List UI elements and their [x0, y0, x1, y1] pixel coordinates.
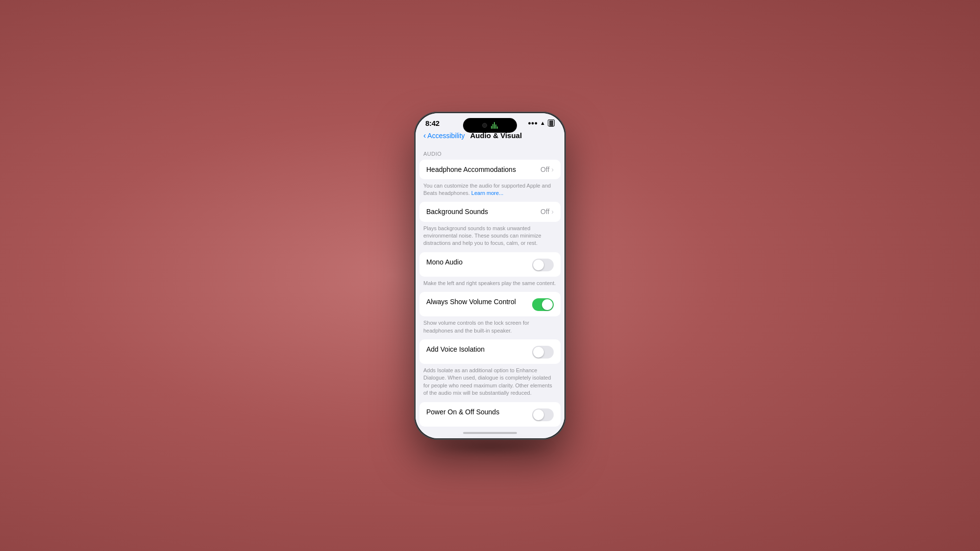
row-content: Headphone Accommodations	[426, 165, 540, 174]
always-show-volume-label: Always Show Volume Control	[426, 298, 516, 306]
dynamic-island	[463, 118, 517, 133]
row-content: Background Sounds	[426, 207, 540, 216]
row-content: Mono Audio	[426, 258, 532, 266]
background-sounds-value: Off	[540, 208, 549, 216]
group-mono-audio: Mono Audio	[419, 252, 561, 277]
row-content: Power On & Off Sounds	[426, 407, 532, 416]
phone-wrapper: 8:42 ●●● ▲ ▓	[414, 112, 566, 440]
always-show-volume-toggle[interactable]	[532, 298, 554, 311]
add-voice-isolation-label: Add Voice Isolation	[426, 345, 485, 353]
row-content: Add Voice Isolation	[426, 345, 532, 354]
row-right: Off ›	[540, 208, 554, 216]
row-right: Off ›	[540, 166, 554, 173]
group-add-voice-isolation: Add Voice Isolation	[419, 339, 561, 364]
phone-screen: 8:42 ●●● ▲ ▓	[416, 113, 564, 438]
home-indicator	[416, 428, 564, 438]
headphone-accommodations-label: Headphone Accommodations	[426, 166, 516, 173]
battery-icon: ▓	[548, 120, 555, 126]
wifi-icon: ▲	[540, 120, 545, 126]
section-label-audio: AUDIO	[416, 144, 564, 160]
power-on-off-sounds-toggle[interactable]	[532, 408, 554, 421]
audio-bars	[491, 122, 498, 129]
row-always-show-volume[interactable]: Always Show Volume Control	[419, 292, 561, 316]
back-chevron-icon: ‹	[423, 131, 426, 140]
power-on-off-sounds-label: Power On & Off Sounds	[426, 408, 499, 416]
settings-content[interactable]: AUDIO Headphone Accommodations Off ›	[416, 144, 564, 428]
learn-more-link[interactable]: Learn more...	[471, 190, 503, 196]
row-headphone-accommodations[interactable]: Headphone Accommodations Off ›	[419, 160, 561, 179]
toggle-knob	[533, 260, 544, 270]
toggle-knob	[533, 347, 544, 358]
mono-audio-desc: Make the left and right speakers play th…	[416, 277, 564, 292]
camera-indicator	[482, 123, 487, 128]
add-voice-isolation-toggle[interactable]	[532, 346, 554, 359]
mono-audio-label: Mono Audio	[426, 258, 463, 266]
group-always-show-volume: Always Show Volume Control	[419, 292, 561, 316]
headphone-accommodations-value: Off	[540, 166, 549, 173]
headphone-accommodations-desc: You can customize the audio for supporte…	[416, 179, 564, 202]
chevron-right-icon: ›	[551, 208, 554, 216]
always-show-volume-desc: Show volume controls on the lock screen …	[416, 316, 564, 339]
row-background-sounds[interactable]: Background Sounds Off ›	[419, 202, 561, 221]
signal-icon: ●●●	[528, 120, 538, 126]
row-power-on-off-sounds[interactable]: Power On & Off Sounds	[419, 402, 561, 427]
status-icons: ●●● ▲ ▓	[528, 120, 555, 126]
status-time: 8:42	[425, 119, 440, 127]
row-add-voice-isolation[interactable]: Add Voice Isolation	[419, 339, 561, 364]
row-right	[532, 298, 554, 311]
back-button[interactable]: ‹ Accessibility	[423, 131, 465, 140]
row-right	[532, 345, 554, 359]
toggle-knob	[533, 409, 544, 420]
status-bar: 8:42 ●●● ▲ ▓	[416, 113, 564, 129]
group-background-sounds: Background Sounds Off ›	[419, 202, 561, 221]
add-voice-isolation-desc: Adds Isolate as an additional option to …	[416, 364, 564, 402]
nav-title: Audio & Visual	[465, 131, 527, 140]
row-right	[532, 258, 554, 271]
group-power-on-off-sounds: Power On & Off Sounds	[419, 402, 561, 427]
row-right	[532, 408, 554, 421]
row-content: Always Show Volume Control	[426, 297, 532, 306]
phone-frame: 8:42 ●●● ▲ ▓	[414, 112, 566, 440]
background-sounds-desc: Plays background sounds to mask unwanted…	[416, 222, 564, 252]
home-bar	[463, 432, 517, 434]
chevron-right-icon: ›	[551, 166, 554, 173]
background-sounds-label: Background Sounds	[426, 208, 488, 216]
mono-audio-toggle[interactable]	[532, 259, 554, 271]
back-label[interactable]: Accessibility	[427, 132, 465, 140]
row-mono-audio[interactable]: Mono Audio	[419, 252, 561, 277]
group-headphone-accommodations: Headphone Accommodations Off ›	[419, 160, 561, 179]
toggle-knob	[542, 299, 553, 310]
